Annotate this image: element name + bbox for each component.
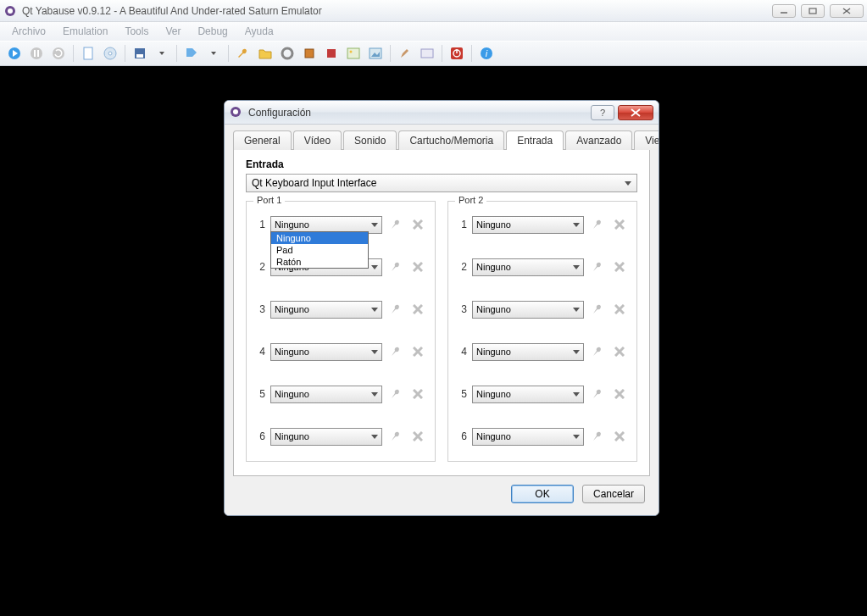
port1-slot5-select[interactable]: Ninguno xyxy=(270,386,382,403)
port2-slot2-select[interactable]: Ninguno xyxy=(472,258,584,276)
dropdown-option[interactable]: Pad xyxy=(271,244,368,256)
picture-icon[interactable] xyxy=(344,44,363,63)
clear-icon[interactable] xyxy=(611,301,628,318)
document-icon[interactable] xyxy=(79,44,97,63)
wrench-icon[interactable] xyxy=(387,258,404,275)
play-icon[interactable] xyxy=(5,44,24,63)
port2-slot1: 1 Ninguno xyxy=(457,214,628,236)
maximize-button[interactable] xyxy=(801,4,825,18)
svg-rect-12 xyxy=(84,47,92,59)
dialog-title-bar[interactable]: Configuración ? xyxy=(225,101,659,125)
clear-icon[interactable] xyxy=(611,258,628,275)
folder-icon[interactable] xyxy=(256,44,275,63)
menu-bar: Archivo Emulation Tools Ver Debug Ayuda xyxy=(0,22,867,41)
dropdown-option[interactable]: Ratón xyxy=(271,256,368,268)
tab-entrada[interactable]: Entrada xyxy=(506,130,564,150)
menu-archivo[interactable]: Archivo xyxy=(3,24,54,39)
clear-icon[interactable] xyxy=(409,258,426,275)
save-dropdown-icon[interactable] xyxy=(153,44,171,63)
interface-select[interactable]: Qt Keyboard Input Interface xyxy=(246,174,637,192)
clear-icon[interactable] xyxy=(611,428,628,445)
port1-slot5: 5 Ninguno xyxy=(255,383,426,405)
wrench-icon[interactable] xyxy=(589,301,606,318)
ok-button[interactable]: OK xyxy=(511,485,574,503)
wrench-icon[interactable] xyxy=(589,386,606,402)
image-icon[interactable] xyxy=(366,44,385,63)
chip-icon[interactable] xyxy=(300,44,319,63)
dropdown-option[interactable]: Ninguno xyxy=(271,232,368,244)
clear-icon[interactable] xyxy=(611,343,628,360)
clear-icon[interactable] xyxy=(611,216,628,233)
disc-icon[interactable] xyxy=(101,44,119,63)
ring-icon[interactable] xyxy=(278,44,297,63)
wrench-icon[interactable] xyxy=(589,258,606,275)
wrench-icon[interactable] xyxy=(234,44,253,63)
tab-cartucho[interactable]: Cartucho/Memoria xyxy=(398,130,504,150)
cancel-button[interactable]: Cancelar xyxy=(582,485,645,503)
main-title-bar: Qt Yabause v0.9.12 - A Beautiful And Und… xyxy=(0,0,867,22)
clear-icon[interactable] xyxy=(409,301,426,318)
menu-debug[interactable]: Debug xyxy=(189,24,236,39)
port2-slot4-select[interactable]: Ninguno xyxy=(472,343,584,361)
clear-icon[interactable] xyxy=(409,386,426,402)
tag-icon[interactable] xyxy=(182,44,201,63)
clear-icon[interactable] xyxy=(409,343,426,360)
close-button[interactable] xyxy=(830,4,864,18)
tab-panel: Entrada Qt Keyboard Input Interface Port… xyxy=(233,149,650,476)
tag-dropdown-icon[interactable] xyxy=(204,44,223,63)
svg-rect-16 xyxy=(136,54,143,58)
clear-icon[interactable] xyxy=(611,386,628,402)
wrench-icon[interactable] xyxy=(387,301,404,318)
help-button[interactable]: ? xyxy=(591,105,614,120)
tab-general[interactable]: General xyxy=(233,130,292,150)
menu-ayuda[interactable]: Ayuda xyxy=(236,24,282,39)
svg-rect-22 xyxy=(347,48,359,58)
menu-ver[interactable]: Ver xyxy=(157,24,189,39)
power-icon[interactable] xyxy=(447,44,466,63)
menu-emulation[interactable]: Emulation xyxy=(54,24,116,39)
clear-icon[interactable] xyxy=(409,428,426,445)
tab-video[interactable]: Vídeo xyxy=(293,130,342,150)
pause-icon[interactable] xyxy=(27,44,46,63)
info-icon[interactable]: i xyxy=(477,44,496,63)
port1-slot3-select[interactable]: Ninguno xyxy=(270,301,382,319)
svg-marker-17 xyxy=(159,52,164,55)
tab-sonido[interactable]: Sonido xyxy=(343,130,397,150)
reset-icon[interactable] xyxy=(49,44,68,63)
wrench-icon[interactable] xyxy=(387,386,404,402)
brush-icon[interactable] xyxy=(396,44,414,63)
port1-slot4-select[interactable]: Ninguno xyxy=(270,343,382,361)
svg-point-33 xyxy=(233,109,238,114)
dialog-close-button[interactable] xyxy=(618,105,653,120)
minimize-button[interactable] xyxy=(772,4,796,18)
port2-slot5: 5 Ninguno xyxy=(457,383,628,405)
cube-icon[interactable] xyxy=(322,44,341,63)
wrench-icon[interactable] xyxy=(387,428,404,445)
port1-slot6-select[interactable]: Ninguno xyxy=(270,428,382,446)
port2-slot6-select[interactable]: Ninguno xyxy=(472,428,584,446)
wrench-icon[interactable] xyxy=(589,343,606,360)
toolbar: i xyxy=(0,41,867,66)
card-icon[interactable] xyxy=(418,44,436,63)
wrench-icon[interactable] xyxy=(589,428,606,445)
app-icon xyxy=(3,4,17,18)
section-label: Entrada xyxy=(246,158,637,170)
port2-slot5-select[interactable]: Ninguno xyxy=(472,386,584,403)
tab-view[interactable]: View xyxy=(634,130,659,150)
svg-point-1 xyxy=(8,8,13,14)
clear-icon[interactable] xyxy=(409,216,426,233)
save-icon[interactable] xyxy=(131,44,149,63)
port1-slot4: 4 Ninguno xyxy=(255,341,426,363)
port1-group: Port 1 1 Ninguno Ninguno Pad Ratón xyxy=(246,201,436,462)
wrench-icon[interactable] xyxy=(387,216,404,233)
port2-slot3-select[interactable]: Ninguno xyxy=(472,301,584,319)
svg-point-19 xyxy=(282,48,292,58)
port2-group: Port 2 1 Ninguno 2 Ninguno 3 xyxy=(447,201,637,462)
port2-slot1-select[interactable]: Ninguno xyxy=(472,216,584,234)
menu-tools[interactable]: Tools xyxy=(116,24,157,39)
tab-avanzado[interactable]: Avanzado xyxy=(565,130,632,150)
svg-marker-18 xyxy=(211,52,216,55)
device-dropdown[interactable]: Ninguno Pad Ratón xyxy=(270,231,369,269)
wrench-icon[interactable] xyxy=(387,343,404,360)
wrench-icon[interactable] xyxy=(589,216,606,233)
